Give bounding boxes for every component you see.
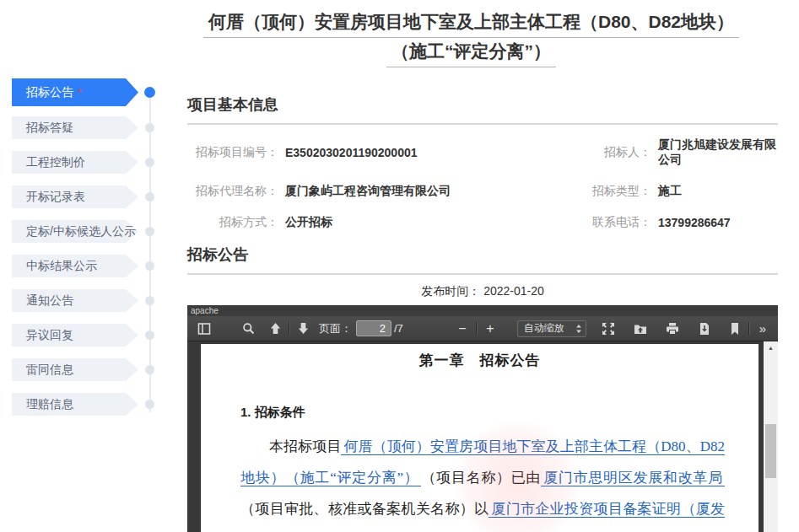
- timeline-dot: [145, 158, 154, 167]
- toolbar-separator: [748, 322, 749, 335]
- required-star: *: [78, 86, 82, 99]
- timeline-dot: [145, 400, 154, 409]
- sidebar-item-notice-announcement[interactable]: 通知公告: [12, 289, 138, 312]
- timeline-dot: [144, 87, 155, 98]
- zoom-level-select[interactable]: 自动缩放: [517, 320, 586, 337]
- open-file-icon[interactable]: [630, 319, 651, 339]
- timeline-dot: [145, 296, 154, 305]
- page-number-input[interactable]: [356, 320, 391, 336]
- agency-name: 厦门象屿工程咨询管理有限公司: [278, 184, 565, 199]
- sidebar-item-tender-qa[interactable]: 招标答疑: [12, 116, 138, 139]
- timeline-dot: [145, 365, 154, 374]
- sidebar-item-label: 工程控制价: [26, 155, 85, 169]
- toolbar-separator: [289, 322, 289, 335]
- print-icon[interactable]: [662, 319, 683, 339]
- info-label: 招标项目编号：: [187, 145, 278, 160]
- timeline-dot: [145, 261, 154, 271]
- tender-type: 施工: [651, 184, 778, 199]
- sidebar-toggle-icon[interactable]: [194, 319, 214, 339]
- sidebar-item-label: 定标/中标候选人公示: [26, 224, 136, 238]
- pdf-toolbar: 页面： /7 − + 自动缩放: [187, 316, 778, 341]
- more-tools-glyph: »: [759, 321, 766, 336]
- section-title-project-info: 项目基本信息: [187, 95, 778, 125]
- toolbar-separator: [476, 322, 477, 335]
- pdf-section-heading: 1. 招标条件: [240, 405, 759, 421]
- sidebar-item-bid-opening-record[interactable]: 开标记录表: [12, 185, 138, 208]
- sidebar-item-winning-result-publicity[interactable]: 中标结果公示: [12, 255, 138, 277]
- page-title-line2: （施工“评定分离”）: [386, 38, 556, 67]
- sidebar-item-label: 通知公告: [26, 293, 73, 307]
- timeline-dot: [145, 330, 154, 340]
- sidebar-item-label: 中标结果公示: [26, 259, 97, 272]
- chevron-updown-icon: [575, 324, 582, 334]
- project-info-grid: 招标项目编号： E3502030201190200001 招标人： 厦门兆旭建设…: [187, 137, 778, 230]
- scrollbar-thumb[interactable]: [765, 424, 776, 478]
- info-label: 招标人：: [565, 145, 651, 160]
- pdf-server-label: apache: [187, 305, 778, 316]
- sidebar-item-winner-candidate-publicity[interactable]: 定标/中标候选人公示: [12, 220, 138, 243]
- zoom-out-glyph: −: [458, 321, 466, 336]
- sidebar-item-claim-info[interactable]: 理赔信息: [12, 393, 138, 416]
- timeline-dot: [145, 192, 154, 202]
- info-label: 招标类型：: [565, 184, 651, 199]
- pdf-chapter-title: 第一章 招标公告: [201, 351, 759, 370]
- contact-phone: 13799286647: [651, 216, 778, 229]
- timeline-dot: [145, 227, 154, 236]
- publish-time-label: 发布时间：: [421, 284, 480, 298]
- pdf-viewer: apache 页面： /7 − +: [187, 305, 778, 532]
- paragraph-text: （项目审批、核准或备案机关名称）以: [240, 501, 489, 517]
- page-title: 何厝（顶何）安置房项目地下室及上部主体工程（D80、D82地块） （施工“评定分…: [156, 8, 786, 67]
- sidebar-item-label: 理赔信息: [26, 397, 73, 411]
- timeline-dot: [145, 123, 154, 132]
- pdf-document-area: 第一章 招标公告 1. 招标条件 本招标项目何厝（顶何）安置房项目地下室及上部主…: [187, 341, 778, 532]
- paragraph-text: 本招标项目: [269, 438, 341, 454]
- info-label: 招标方式：: [187, 215, 278, 230]
- tender-project-number: E3502030201190200001: [278, 146, 565, 159]
- tender-method: 公开招标: [278, 215, 565, 230]
- tenderer-name: 厦门兆旭建设发展有限公司: [651, 137, 778, 168]
- section-title-announcement: 招标公告: [187, 245, 778, 275]
- main-content: 项目基本信息 招标项目编号： E3502030201190200001 招标人：…: [187, 95, 778, 532]
- zoom-in-icon[interactable]: +: [480, 319, 500, 339]
- page-title-line1: 何厝（顶何）安置房项目地下室及上部主体工程（D80、D82地块）: [203, 8, 739, 38]
- timeline-line: [149, 92, 151, 412]
- download-icon[interactable]: [694, 319, 715, 339]
- zoom-in-glyph: +: [486, 321, 494, 336]
- sidebar-item-label: 异议回复: [26, 328, 73, 341]
- info-label: 联系电话：: [565, 215, 651, 230]
- zoom-level-value: 自动缩放: [524, 321, 575, 336]
- publish-time: 发布时间： 2022-01-20: [187, 284, 778, 299]
- presentation-mode-icon[interactable]: [598, 319, 618, 339]
- page-up-icon[interactable]: [265, 319, 285, 339]
- page-down-icon[interactable]: [293, 319, 313, 339]
- zoom-out-icon[interactable]: −: [452, 319, 472, 339]
- pdf-page: 第一章 招标公告 1. 招标条件 本招标项目何厝（顶何）安置房项目地下室及上部主…: [201, 344, 759, 532]
- sidebar-item-duplicate-info[interactable]: 雷同信息: [12, 358, 138, 381]
- sidebar-item-objection-reply[interactable]: 异议回复: [12, 324, 138, 347]
- page-label: 页面：: [319, 321, 352, 336]
- scroll-up-arrow-icon[interactable]: ▲: [764, 341, 778, 354]
- sidebar-nav: 招标公告* 招标答疑 工程控制价 开标记录表 定标/中标候选人公示 中标结果公示…: [12, 78, 140, 427]
- info-label: 招标代理名称：: [187, 184, 278, 199]
- bookmark-icon[interactable]: [725, 319, 745, 339]
- sidebar-item-tender-announcement[interactable]: 招标公告*: [12, 78, 138, 106]
- sidebar-item-project-control-price[interactable]: 工程控制价: [12, 151, 138, 174]
- sidebar-item-label: 招标答疑: [26, 121, 73, 134]
- pdf-scrollbar[interactable]: ▲: [764, 341, 778, 532]
- sidebar-item-label: 开标记录表: [26, 190, 85, 203]
- search-icon[interactable]: [238, 319, 258, 339]
- page-count: /7: [394, 322, 403, 335]
- sidebar-item-label: 雷同信息: [26, 363, 73, 376]
- sidebar-item-label: 招标公告: [26, 85, 73, 99]
- more-tools-icon[interactable]: »: [753, 319, 773, 339]
- publish-time-value: 2022-01-20: [483, 284, 544, 298]
